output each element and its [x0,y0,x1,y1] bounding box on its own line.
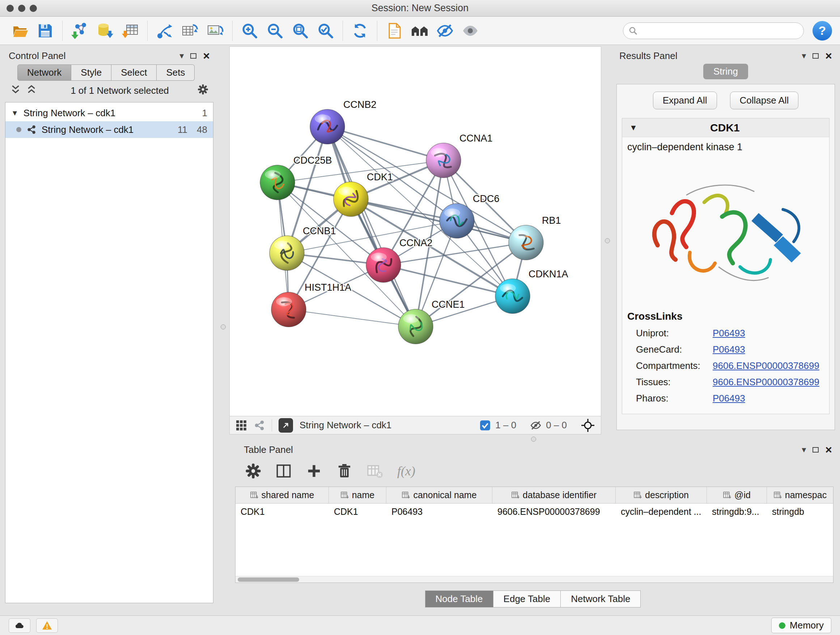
collapse-protein-icon[interactable]: ▼ [630,123,638,133]
splitter-handle[interactable] [221,325,226,329]
network-node-CCNA1[interactable]: CCNA1 [426,133,493,178]
tab-node-table[interactable]: Node Table [425,591,493,608]
tab-select[interactable]: Select [111,65,156,81]
scrollbar-thumb[interactable] [238,578,299,582]
network-edge[interactable] [327,127,416,326]
share-network-icon[interactable] [254,420,265,431]
expand-all-networks-icon[interactable] [26,84,37,97]
zoom-in-icon[interactable] [238,19,262,42]
network-row[interactable]: String Network – cdk1 11 48 [5,121,213,138]
delete-column-icon[interactable] [336,463,352,479]
import-table-icon[interactable] [118,19,142,42]
table-cell[interactable]: CDK1 [329,504,386,519]
popout-network-button[interactable] [279,418,293,432]
splitter-handle[interactable] [605,238,610,243]
column-header[interactable]: @id [707,487,767,503]
tab-style[interactable]: Style [71,65,111,81]
table-settings-gear-icon[interactable] [245,463,261,479]
crosslink-compartments-link[interactable]: 9606.ENSP00000378699 [713,360,819,371]
network-node-CCNA2[interactable]: CCNA2 [366,238,433,282]
birds-eye-icon[interactable] [408,19,431,42]
network-node-RB1[interactable]: RB1 [508,215,561,260]
network-canvas[interactable]: CCNB2CCNA1CDC25BCDK1CDC6RB1CCNB1CCNA2CDK… [230,47,601,416]
panel-float-icon[interactable] [813,447,819,453]
table-cell[interactable]: CDK1 [235,504,329,519]
network-node-CDKN1A[interactable]: CDKN1A [495,269,568,314]
toolbar-separator [62,21,63,41]
column-header[interactable]: database identifier [493,487,616,503]
search-icon [628,26,638,35]
annotation-icon[interactable] [382,19,406,42]
tree-expand-icon[interactable]: ▼ [11,109,19,117]
node-label: CCNA2 [399,238,433,249]
tab-string[interactable]: String [703,64,748,79]
memory-button[interactable]: Memory [771,618,831,633]
tab-sets[interactable]: Sets [156,65,195,81]
network-collection-row[interactable]: ▼ String Network – cdk1 1 [5,105,213,121]
network-node-CCNE1[interactable]: CCNE1 [398,299,465,344]
column-header[interactable]: namespac [767,487,833,503]
hidden-eye-icon[interactable] [530,420,542,431]
zoom-selected-icon[interactable] [314,19,338,42]
save-session-icon[interactable] [33,19,57,42]
network-node-CDK1[interactable]: CDK1 [333,172,393,217]
tab-network[interactable]: Network [17,65,71,81]
column-header[interactable]: canonical name [386,487,493,503]
table-cell[interactable]: cyclin–dependent ... [616,504,707,519]
crosslink-uniprot-link[interactable]: P06493 [713,328,745,339]
open-session-icon[interactable] [8,19,32,42]
panel-float-icon[interactable] [190,53,196,59]
column-header[interactable]: description [616,487,707,503]
zoom-fit-icon[interactable] [288,19,312,42]
crosslink-genecard-link[interactable]: P06493 [713,344,745,355]
crosslink-pharos-link[interactable]: P06493 [713,393,745,404]
show-columns-icon[interactable] [276,463,292,479]
export-image-icon[interactable] [203,19,227,42]
expand-all-button[interactable]: Expand All [653,92,717,109]
panel-menu-icon[interactable]: ▾ [802,445,806,455]
new-network-icon[interactable] [153,19,177,42]
collapse-all-button[interactable]: Collapse All [730,92,799,109]
panel-close-icon[interactable]: × [203,50,210,62]
memory-status-dot [779,622,785,629]
refresh-layout-icon[interactable] [348,19,372,42]
import-network-file-icon[interactable] [68,19,92,42]
search-input[interactable] [641,25,798,36]
table-cell[interactable]: stringdb:9... [707,504,767,519]
show-all-icon[interactable] [458,19,482,42]
crosshair-icon[interactable] [581,418,595,432]
network-edge[interactable] [327,127,444,160]
selected-checkbox-icon[interactable] [479,420,491,431]
panel-menu-icon[interactable]: ▾ [180,51,184,61]
panel-menu-icon[interactable]: ▾ [802,51,806,61]
hide-selected-icon[interactable] [433,19,457,42]
network-options-gear-icon[interactable] [197,84,208,97]
collapse-all-networks-icon[interactable] [10,84,21,97]
help-icon[interactable]: ? [813,21,832,41]
tab-edge-table[interactable]: Edge Table [493,591,561,608]
add-column-icon[interactable] [306,463,322,479]
table-cell[interactable]: 9606.ENSP00000378699 [493,504,616,519]
network-node-HIST1H1A[interactable]: HIST1H1A [271,282,351,327]
network-edge[interactable] [289,310,416,326]
tab-network-table[interactable]: Network Table [561,591,641,608]
column-header[interactable]: shared name [235,487,329,503]
column-header[interactable]: name [329,487,386,503]
warning-status-button[interactable] [36,618,58,633]
panel-close-icon[interactable]: × [825,444,832,455]
cloud-status-button[interactable] [9,618,30,633]
node-label: CCNB2 [343,99,377,110]
zoom-out-icon[interactable] [263,19,287,42]
panel-close-icon[interactable]: × [825,50,832,62]
new-network-table-icon[interactable] [178,19,202,42]
crosslink-tissues-link[interactable]: 9606.ENSP00000378699 [713,377,819,388]
node-label: HIST1H1A [305,282,351,293]
table-cell[interactable]: stringdb [767,504,833,519]
network-node-CCNB1[interactable]: CCNB1 [270,226,336,271]
splitter-handle[interactable] [531,437,536,442]
grid-icon[interactable] [235,420,247,431]
table-cell[interactable]: P06493 [386,504,493,519]
horizontal-scrollbar[interactable] [235,576,833,583]
import-network-database-icon[interactable] [93,19,117,42]
panel-float-icon[interactable] [813,53,819,59]
